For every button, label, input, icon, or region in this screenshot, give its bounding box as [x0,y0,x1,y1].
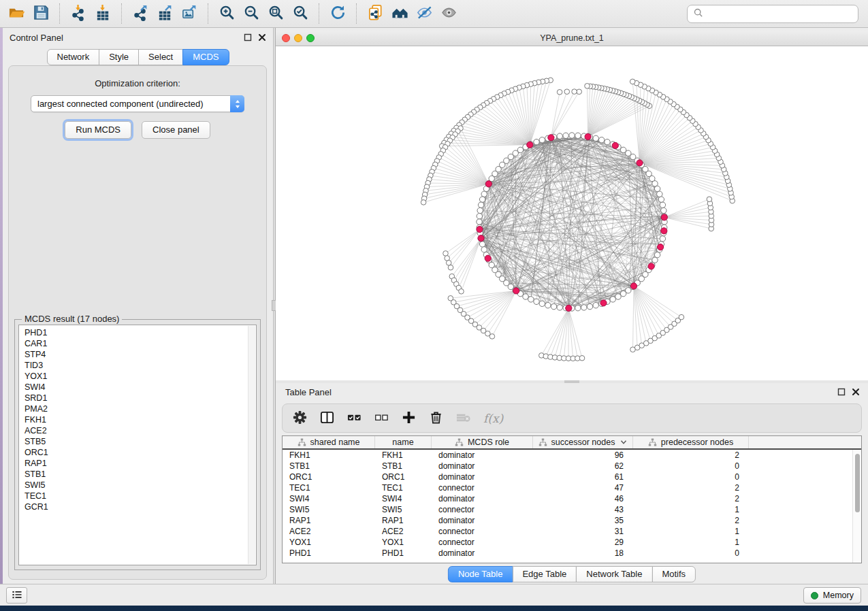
table-cell[interactable]: connector [432,537,533,548]
show-graphics-details-button[interactable] [436,2,461,25]
column-header-successor-nodes[interactable]: successor nodes [533,436,633,448]
table-cell[interactable]: RAP1 [375,515,432,526]
table-cell[interactable]: SWI4 [375,493,432,504]
mcds-result-item[interactable]: STB1 [25,469,256,480]
network-canvas[interactable] [276,46,868,380]
table-cell[interactable]: connector [432,482,533,493]
table-cell[interactable]: TEC1 [375,482,432,493]
mcds-result-item[interactable]: PHD1 [25,327,256,338]
table-cell[interactable]: ACE2 [375,526,432,537]
table-cell[interactable]: ACE2 [283,526,375,537]
table-cell[interactable]: PHD1 [375,548,432,559]
table-cell[interactable]: 1 [633,537,749,548]
table-cell[interactable]: 35 [533,515,633,526]
mcds-result-item[interactable]: ACE2 [25,425,256,436]
table-cell[interactable]: STB1 [375,461,432,472]
mcds-result-item[interactable]: STB5 [25,436,256,447]
search-box[interactable] [687,5,858,23]
table-cell[interactable]: STB1 [283,461,375,472]
table-cell[interactable]: 2 [633,450,749,461]
close-mcds-panel-button[interactable]: Close panel [142,121,210,139]
refresh-layout-button[interactable] [325,2,350,25]
table-cell[interactable]: ORC1 [375,472,432,482]
table-cell[interactable]: dominator [432,515,533,526]
column-visibility-button[interactable] [320,410,334,427]
mcds-result-item[interactable]: SWI5 [25,480,256,491]
mcds-result-item[interactable]: STP4 [25,349,256,360]
criterion-select[interactable]: largest connected component (undirected) [31,95,244,112]
table-cell[interactable]: 29 [533,537,633,548]
table-cell[interactable]: dominator [432,493,533,504]
tab-network-table[interactable]: Network Table [576,566,652,582]
tab-motifs[interactable]: Motifs [652,566,696,582]
table-cell[interactable]: FKH1 [283,450,375,461]
function-builder-button[interactable]: f(x) [483,412,503,425]
import-table-button[interactable] [91,2,115,25]
table-cell[interactable]: SWI5 [283,504,375,515]
export-image-button[interactable] [177,2,202,25]
table-cell[interactable]: dominator [432,461,533,472]
tab-node-table[interactable]: Node Table [448,566,513,582]
table-cell[interactable]: 1 [633,526,749,537]
table-cell[interactable]: dominator [432,548,533,559]
mcds-result-item[interactable]: YOX1 [25,371,256,382]
table-cell[interactable]: 0 [633,548,749,559]
table-cell[interactable]: TEC1 [283,482,375,493]
mcds-result-item[interactable]: FKH1 [25,414,256,425]
table-cell[interactable]: 18 [533,548,633,559]
table-cell[interactable]: connector [432,504,533,515]
save-session-button[interactable] [29,2,53,25]
column-header-shared-name[interactable]: shared name [283,436,375,448]
table-cell[interactable]: connector [432,526,533,537]
network-overview-button[interactable] [387,2,412,25]
table-cell[interactable]: 96 [533,450,633,461]
delete-column-button[interactable] [429,410,443,427]
table-cell[interactable]: 0 [633,461,749,472]
table-cell[interactable]: 61 [533,472,633,482]
table-scrollbar-thumb[interactable] [855,454,860,512]
table-cell[interactable]: 2 [633,515,749,526]
search-input[interactable] [707,9,852,19]
mcds-result-item[interactable]: SWI4 [25,382,256,393]
clone-network-button[interactable] [363,2,387,25]
table-cell[interactable]: 31 [533,526,633,537]
tab-network[interactable]: Network [46,49,99,65]
close-panel-icon[interactable] [852,388,860,396]
table-cell[interactable]: dominator [432,450,533,461]
table-cell[interactable]: ORC1 [283,472,375,482]
mcds-result-item[interactable]: PMA2 [25,403,256,414]
delete-table-button[interactable] [456,410,470,427]
table-cell[interactable]: RAP1 [283,515,375,526]
table-cell[interactable]: SWI5 [375,504,432,515]
zoom-fit-button[interactable] [263,2,288,25]
select-all-rows-button[interactable] [347,410,361,427]
table-cell[interactable]: 47 [533,482,633,493]
table-cell[interactable]: YOX1 [375,537,432,548]
table-cell[interactable]: 43 [533,504,633,515]
add-column-button[interactable] [402,410,416,427]
export-network-button[interactable] [128,2,152,25]
column-header-name[interactable]: name [375,436,432,448]
tab-mcds[interactable]: MCDS [182,49,229,65]
zoom-out-button[interactable] [239,2,263,25]
open-session-button[interactable] [4,2,29,25]
table-cell[interactable]: 2 [633,493,749,504]
mcds-result-item[interactable]: RAP1 [25,458,256,469]
mcds-result-item[interactable]: CAR1 [25,338,256,349]
table-cell[interactable]: 46 [533,493,633,504]
deselect-all-rows-button[interactable] [374,410,389,427]
table-cell[interactable]: 1 [633,504,749,515]
mcds-result-item[interactable]: TID3 [25,360,256,371]
zoom-in-button[interactable] [214,2,239,25]
table-cell[interactable]: dominator [432,472,533,482]
tab-select[interactable]: Select [138,49,183,65]
mcds-result-item[interactable]: TEC1 [25,491,256,501]
export-table-button[interactable] [152,2,177,25]
mcds-result-item[interactable]: GCR1 [25,501,256,512]
hide-graphics-details-button[interactable] [412,2,436,25]
table-cell[interactable]: 0 [633,472,749,482]
result-list-scrollbar[interactable] [248,326,255,564]
table-cell[interactable]: SWI4 [283,493,375,504]
table-cell[interactable]: PHD1 [283,548,375,559]
mcds-result-item[interactable]: SRD1 [25,393,256,403]
